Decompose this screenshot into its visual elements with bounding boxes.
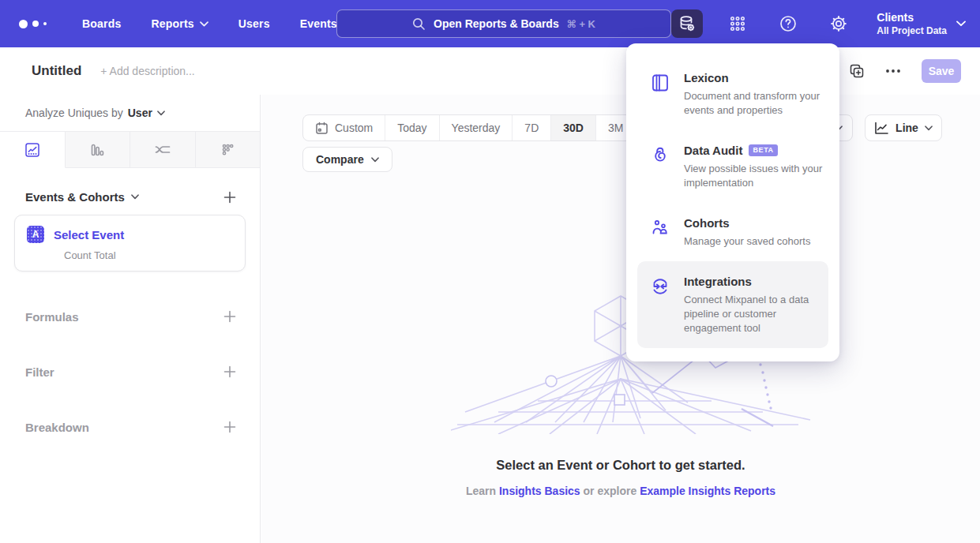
nav-item-users[interactable]: Users xyxy=(238,17,270,30)
tab-flow-chart[interactable] xyxy=(130,132,196,168)
analyze-entity-dropdown[interactable]: User xyxy=(128,107,165,119)
data-audit-icon xyxy=(650,144,670,190)
empty-state-links: Learn Insights Basics or explore Example… xyxy=(261,485,980,497)
analyze-row: Analyze Uniques by User xyxy=(0,95,260,131)
settings-button[interactable] xyxy=(823,9,854,38)
add-formula-button[interactable] xyxy=(223,310,236,323)
breakdown-section: Breakdown xyxy=(0,399,260,455)
line-chart-tab-icon xyxy=(24,141,41,159)
add-filter-button[interactable] xyxy=(223,365,236,378)
formulas-section: Formulas xyxy=(0,289,260,344)
integrations-icon xyxy=(650,275,670,335)
event-letter-badge: A xyxy=(27,226,44,243)
nav-item-boards[interactable]: Boards xyxy=(82,17,121,30)
help-icon xyxy=(779,14,798,33)
project-switcher[interactable]: Clients All Project Data xyxy=(877,11,966,36)
tab-bar-chart[interactable] xyxy=(66,132,131,168)
global-search-input[interactable]: Open Reports & Boards ⌘ + K xyxy=(336,9,671,38)
menu-item-cohorts[interactable]: Cohorts Manage your saved cohorts xyxy=(637,203,828,261)
date-today[interactable]: Today xyxy=(385,115,439,140)
top-navbar: Boards Reports Users Events Open Reports… xyxy=(0,0,980,47)
data-management-menu: Lexicon Document and transform your even… xyxy=(626,43,839,361)
search-shortcut: ⌘ + K xyxy=(567,18,595,30)
event-selector-card[interactable]: A Select Event Count Total xyxy=(14,215,246,272)
data-management-button[interactable] xyxy=(671,9,703,38)
apps-grid-button[interactable] xyxy=(722,9,753,38)
org-name: Clients xyxy=(877,11,947,24)
date-30d[interactable]: 30D xyxy=(551,115,596,140)
duplicate-icon xyxy=(849,63,865,79)
nav-item-events[interactable]: Events xyxy=(300,17,337,30)
events-cohorts-header: Events & Cohorts xyxy=(0,190,260,204)
chart-type-tabs xyxy=(0,131,260,168)
tab-line-chart[interactable] xyxy=(0,132,66,168)
bar-chart-tab-icon xyxy=(88,141,106,159)
more-options-button[interactable] xyxy=(885,69,901,73)
compare-dropdown[interactable]: Compare xyxy=(302,147,392,172)
navbar-right-cluster: Clients All Project Data xyxy=(671,0,966,47)
gear-icon xyxy=(829,14,848,33)
help-button[interactable] xyxy=(772,9,804,38)
report-title[interactable]: Untitled xyxy=(32,63,81,79)
plus-icon xyxy=(223,421,236,433)
query-builder-sidebar: Analyze Uniques by User xyxy=(0,95,261,543)
date-yesterday[interactable]: Yesterday xyxy=(440,115,513,140)
insights-basics-link[interactable]: Insights Basics xyxy=(499,485,580,497)
plus-icon xyxy=(223,310,236,323)
example-reports-link[interactable]: Example Insights Reports xyxy=(640,485,775,497)
chevron-down-icon xyxy=(200,21,208,27)
analyze-prefix: Analyze Uniques by xyxy=(25,107,123,119)
date-7d[interactable]: 7D xyxy=(513,115,551,140)
cohorts-icon xyxy=(650,216,670,249)
search-placeholder: Open Reports & Boards xyxy=(434,17,559,30)
plus-icon xyxy=(223,365,236,378)
project-name: All Project Data xyxy=(877,25,947,36)
header-actions: Save xyxy=(849,47,961,95)
menu-item-data-audit[interactable]: Data AuditBETA View possible issues with… xyxy=(637,130,828,203)
tab-metric[interactable] xyxy=(196,132,261,168)
add-event-button[interactable] xyxy=(223,191,236,204)
menu-item-lexicon[interactable]: Lexicon Document and transform your even… xyxy=(637,58,828,130)
chevron-down-icon xyxy=(131,194,139,200)
beta-badge: BETA xyxy=(749,144,777,156)
chevron-down-icon xyxy=(925,125,933,131)
chart-canvas-area: Custom Today Yesterday 7D 30D 3M 6M Line… xyxy=(261,95,980,543)
primary-nav: Boards Reports Users Events xyxy=(82,17,337,30)
add-breakdown-button[interactable] xyxy=(223,421,236,433)
database-gear-icon xyxy=(678,14,697,33)
filter-section: Filter xyxy=(0,344,260,399)
select-event-label[interactable]: Select Event xyxy=(54,228,124,242)
count-total-dropdown[interactable]: Count Total xyxy=(64,249,234,261)
flow-tab-icon xyxy=(153,140,172,159)
empty-state: Select an Event or Cohort to get started… xyxy=(261,458,980,497)
events-cohorts-dropdown[interactable]: Events & Cohorts xyxy=(25,190,139,204)
menu-item-integrations[interactable]: Integrations Connect Mixpanel to a data … xyxy=(637,261,828,348)
nav-item-reports[interactable]: Reports xyxy=(151,17,208,30)
chevron-down-icon xyxy=(371,157,379,163)
date-custom[interactable]: Custom xyxy=(303,115,385,140)
search-icon xyxy=(412,17,426,31)
plus-icon xyxy=(223,191,236,204)
save-button[interactable]: Save xyxy=(922,59,961,83)
line-chart-icon xyxy=(874,122,889,135)
chevron-down-icon xyxy=(956,21,966,27)
duplicate-report-button[interactable] xyxy=(849,63,865,79)
ellipsis-icon xyxy=(885,69,901,73)
empty-state-heading: Select an Event or Cohort to get started… xyxy=(261,458,980,473)
calendar-icon xyxy=(315,122,329,135)
metric-tab-icon xyxy=(218,140,237,159)
chevron-down-icon xyxy=(157,110,165,116)
lexicon-icon xyxy=(650,71,670,118)
mixpanel-logo[interactable] xyxy=(19,20,55,28)
add-description-field[interactable]: + Add description... xyxy=(100,65,194,77)
chart-style-dropdown[interactable]: Line xyxy=(865,114,942,141)
apps-grid-icon xyxy=(728,14,747,33)
